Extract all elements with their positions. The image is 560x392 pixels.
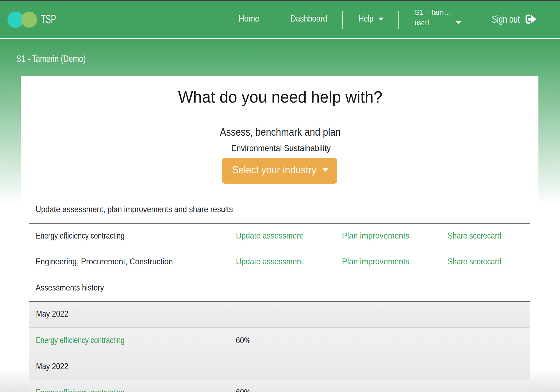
svg-text:Update assessment, plan improv: Update assessment, plan improvements and… bbox=[36, 204, 233, 214]
svg-text:Plan improvements: Plan improvements bbox=[342, 231, 409, 240]
svg-text:S1 - Tam…: S1 - Tam… bbox=[415, 8, 451, 16]
svg-text:What do you need help with?: What do you need help with? bbox=[178, 88, 382, 106]
svg-text:Select your industry: Select your industry bbox=[232, 164, 316, 176]
svg-text:May 2022: May 2022 bbox=[36, 362, 68, 371]
svg-text:user1: user1 bbox=[415, 19, 430, 27]
svg-text:Update assessment: Update assessment bbox=[236, 257, 303, 266]
svg-text:Dashboard: Dashboard bbox=[291, 13, 327, 23]
svg-text:Sign out: Sign out bbox=[492, 14, 520, 25]
svg-text:Environmental Sustainability: Environmental Sustainability bbox=[231, 143, 331, 153]
svg-text:60%: 60% bbox=[236, 387, 251, 392]
svg-text:Engineering, Procurement, Cons: Engineering, Procurement, Construction bbox=[36, 257, 173, 266]
svg-text:Share scorecard: Share scorecard bbox=[448, 257, 502, 266]
svg-text:Plan improvements: Plan improvements bbox=[342, 257, 409, 266]
svg-text:Help: Help bbox=[359, 13, 373, 23]
svg-text:Share scorecard: Share scorecard bbox=[448, 231, 502, 240]
svg-text:60%: 60% bbox=[236, 335, 251, 345]
svg-text:Energy efficiency contracting: Energy efficiency contracting bbox=[36, 335, 125, 345]
svg-text:May 2022: May 2022 bbox=[36, 309, 68, 318]
svg-text:Assess, benchmark and plan: Assess, benchmark and plan bbox=[220, 126, 341, 138]
svg-text:S1 - Tamerin (Demo): S1 - Tamerin (Demo) bbox=[16, 53, 86, 64]
svg-text:Home: Home bbox=[238, 13, 259, 23]
svg-text:Energy efficiency contracting: Energy efficiency contracting bbox=[36, 387, 125, 392]
svg-text:Assessments history: Assessments history bbox=[36, 283, 104, 292]
svg-text:TSP: TSP bbox=[41, 12, 56, 26]
svg-text:Update assessment: Update assessment bbox=[236, 231, 303, 240]
svg-text:Energy efficiency contracting: Energy efficiency contracting bbox=[36, 231, 125, 240]
